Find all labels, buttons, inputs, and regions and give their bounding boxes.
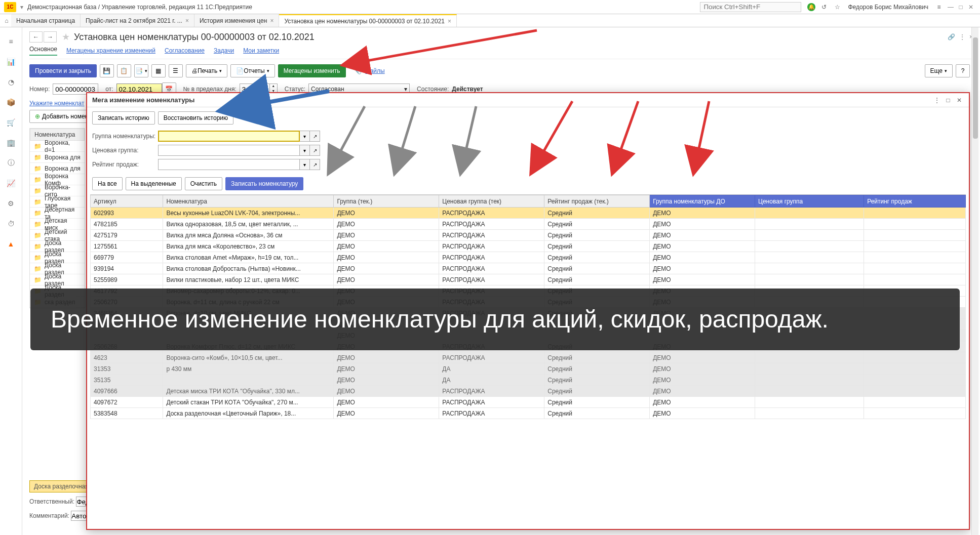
list-item[interactable]: 📁Воронка, d=1	[30, 141, 85, 152]
subnav-main[interactable]: Основное	[29, 46, 57, 56]
tab-history[interactable]: История изменения цен×	[194, 14, 280, 27]
maximize-button[interactable]: □	[956, 4, 966, 11]
forward-button[interactable]: →	[44, 31, 57, 43]
clip-icon[interactable]: 📎	[354, 67, 362, 74]
global-search-input[interactable]	[700, 2, 801, 12]
table-row[interactable]: 5383548Доска разделочная «Цветочный Пари…	[91, 408, 966, 419]
tab-home-label: Начальная страница	[16, 17, 75, 24]
modal-table[interactable]: Артикул Номенклатура Группа (тек.) Ценов…	[90, 194, 966, 526]
col-rating[interactable]: Рейтинг продаж	[864, 195, 966, 208]
post-button[interactable]: 📋	[117, 64, 131, 77]
resp-label: Ответственный:	[29, 498, 74, 505]
more-button[interactable]: Еще▾	[925, 64, 953, 77]
star-icon[interactable]: ☆	[833, 3, 842, 12]
open-btn[interactable]: ↗	[310, 145, 320, 156]
on-selected-button[interactable]: На выделенные	[126, 177, 182, 190]
modal-more-icon[interactable]: ⋮	[932, 97, 942, 104]
col-nomen[interactable]: Номенклатура	[163, 195, 334, 208]
table-row[interactable]: 939194Вилка столовая Добросталь (Нытва) …	[91, 263, 966, 274]
modal-close-icon[interactable]: ✕	[955, 97, 964, 104]
bell-icon[interactable]: 🔔	[807, 3, 815, 11]
restore-history-button[interactable]: Восстановить историю	[158, 111, 233, 125]
list-button[interactable]: ☰	[169, 64, 183, 77]
help-button[interactable]: ?	[956, 64, 970, 77]
clock-icon[interactable]: ⏱	[5, 218, 17, 230]
col-pgroup-cur[interactable]: Ценовая группа (тек)	[439, 195, 544, 208]
col-article[interactable]: Артикул	[91, 195, 163, 208]
dropdown-btn[interactable]: ▾	[300, 145, 310, 156]
back-button[interactable]: ←	[29, 31, 43, 43]
home-icon[interactable]: ⌂	[2, 14, 11, 27]
history-icon[interactable]: ↺	[819, 3, 829, 12]
pie-icon[interactable]: ◔	[5, 76, 17, 88]
subnav-link-2[interactable]: Согласование	[165, 47, 205, 54]
subnav-link-1[interactable]: Мегацены хранение изменений	[66, 47, 155, 54]
table-row[interactable]: 4782185Вилка одноразовая, 18,5 см, цвет …	[91, 219, 966, 230]
menu-icon[interactable]: ≡	[5, 35, 17, 48]
close-button[interactable]: ✕	[966, 4, 976, 11]
state-value: Действует	[452, 86, 483, 93]
grid-button[interactable]: ▦	[151, 64, 166, 77]
pgroup-input[interactable]	[158, 145, 300, 156]
subnav-link-3[interactable]: Задачи	[214, 47, 234, 54]
mega-change-button[interactable]: Мегацены изменить	[278, 64, 346, 77]
gear-icon[interactable]: ⚙	[5, 197, 17, 210]
open-btn[interactable]: ↗	[310, 131, 320, 142]
table-row[interactable]: 669779Вилка столовая Amet «Мираж», h=19 …	[91, 252, 966, 263]
modal-max-icon[interactable]: □	[944, 97, 953, 104]
col-rating-cur[interactable]: Рейтинг продаж (тек.)	[544, 195, 650, 208]
tab-home[interactable]: Начальная страница	[11, 14, 81, 27]
dropdown-btn[interactable]: ▾	[300, 159, 310, 170]
open-btn[interactable]: ↗	[310, 159, 320, 170]
table-row[interactable]: 4623Воронка-сито «Комб», 10×10,5 см, цве…	[91, 352, 966, 363]
tab-setprice[interactable]: Установка цен номенклатуры 00-00000003 о…	[279, 14, 457, 27]
scrollbar[interactable]	[971, 27, 978, 535]
chart-icon[interactable]: 📊	[5, 56, 17, 68]
user-menu-icon[interactable]: ≡	[934, 3, 944, 12]
col-group-to[interactable]: Группа номенклатуры ДО	[650, 195, 755, 208]
list-item[interactable]: 📁Воронка для	[30, 152, 85, 163]
box-icon[interactable]: 📦	[5, 96, 17, 108]
on-all-button[interactable]: На все	[92, 177, 123, 190]
table-row[interactable]: 1275561Вилка для мяса «Королевство», 23 …	[91, 241, 966, 252]
table-row[interactable]: 602993Весы кухонные LuazON LVK-704, элек…	[91, 208, 966, 219]
link-icon[interactable]: 🔗	[948, 33, 955, 40]
building-icon[interactable]: 🏢	[5, 137, 17, 149]
close-icon[interactable]: ×	[185, 17, 189, 24]
close-icon[interactable]: ×	[448, 18, 451, 25]
state-label: Состояние:	[417, 86, 449, 93]
dropdown-icon[interactable]: ▾	[20, 4, 23, 11]
col-group-cur[interactable]: Группа (тек.)	[334, 195, 439, 208]
group-input[interactable]	[158, 131, 300, 142]
print-button[interactable]: 🖨 Печать▾	[186, 64, 227, 77]
table-row[interactable]: 4097666Детская миска ТРИ КОТА "Обучайка"…	[91, 386, 966, 397]
dropdown-btn[interactable]: ▾	[300, 131, 310, 142]
titlebar: 1C ▾ Демонстрационная база / Управление …	[0, 0, 980, 14]
minimize-button[interactable]: —	[946, 4, 956, 11]
rating-input[interactable]	[158, 159, 300, 170]
close-icon[interactable]: ×	[270, 17, 273, 24]
copy-button[interactable]: 📑▾	[134, 64, 148, 77]
more-icon[interactable]: ⋮	[959, 33, 965, 40]
triangle-icon[interactable]: ▲	[5, 238, 17, 250]
files-link[interactable]: Файлы	[366, 67, 385, 74]
save-button[interactable]: 💾	[100, 64, 114, 77]
tab-pricelist[interactable]: Прайс-лист на 2 октября 2021 г. ...×	[81, 14, 194, 27]
table-row[interactable]: 4275179Вилка для мяса Доляна «Основа», 3…	[91, 230, 966, 241]
write-history-button[interactable]: Записать историю	[92, 111, 155, 125]
favorite-icon[interactable]: ★	[62, 31, 70, 43]
reports-button[interactable]: 📄 Отчеты▾	[230, 64, 275, 77]
table-row[interactable]: 5255989Вилки пластиковые, набор 12 шт., …	[91, 274, 966, 285]
post-close-button[interactable]: Провести и закрыть	[29, 64, 97, 77]
table-row[interactable]: 4097672Детский стакан ТРИ КОТА "Обучайка…	[91, 397, 966, 408]
col-pgroup[interactable]: Ценовая группа	[755, 195, 864, 208]
info-icon[interactable]: ⓘ	[5, 157, 17, 169]
user-name[interactable]: Федоров Борис Михайлович	[848, 4, 928, 11]
cart-icon[interactable]: 🛒	[5, 116, 17, 129]
clear-button[interactable]: Очистить	[185, 177, 222, 190]
stats-icon[interactable]: 📈	[5, 177, 17, 189]
subnav-link-4[interactable]: Мои заметки	[243, 47, 279, 54]
table-row[interactable]: 35135ДЕМОДАСреднийДЕМО	[91, 375, 966, 386]
write-nomen-button[interactable]: Записать номенклатуру	[225, 177, 303, 190]
table-row[interactable]: 31353р 430 ммДЕМОДАСреднийДЕМО	[91, 363, 966, 375]
